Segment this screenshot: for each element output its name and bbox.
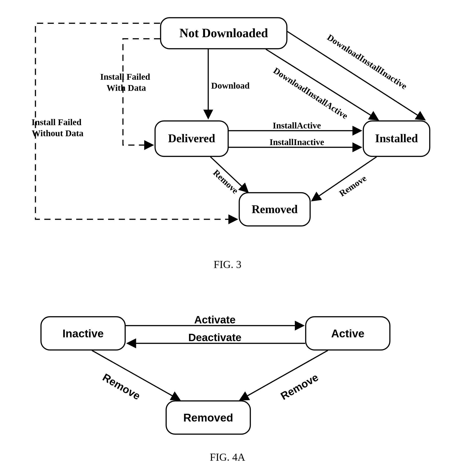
- edge-deactivate-label: Deactivate: [188, 331, 242, 343]
- state-active: Active: [306, 317, 390, 350]
- edge-remove-from-inactive: Remove: [92, 350, 179, 402]
- state-installed: Installed: [363, 121, 430, 156]
- state-inactive-label: Inactive: [63, 327, 104, 340]
- state-not-downloaded: Not Downloaded: [161, 18, 287, 49]
- state-removed-label: Removed: [252, 203, 298, 216]
- edge-remove-from-installed-label: Remove: [337, 173, 368, 198]
- fig3-diagram: Not Downloaded Delivered Installed Remov…: [32, 18, 430, 270]
- edge-download-label: Download: [211, 81, 249, 91]
- edge-activate-label: Activate: [194, 314, 236, 326]
- state-inactive: Inactive: [41, 317, 125, 350]
- state-delivered: Delivered: [155, 121, 228, 156]
- state-installed-label: Installed: [375, 132, 418, 145]
- edge-remove-from-active: Remove: [240, 350, 328, 402]
- state-removed-4a-label: Removed: [183, 411, 233, 424]
- edge-activate: Activate: [126, 314, 303, 326]
- edge-install-inactive-label: InstallInactive: [270, 137, 324, 147]
- edge-deactivate: Deactivate: [128, 331, 305, 343]
- state-active-label: Active: [331, 327, 364, 340]
- edge-install-failed-with-data: Install Failed With Data: [100, 39, 160, 145]
- edge-install-failed-without-data-label: Install Failed Without Data: [32, 117, 84, 138]
- diagram-canvas: Not Downloaded Delivered Installed Remov…: [0, 0, 455, 476]
- fig4a-caption: FIG. 4A: [210, 451, 245, 463]
- edge-install-active-label: InstallActive: [273, 121, 321, 130]
- edge-install-inactive: InstallInactive: [229, 137, 361, 147]
- fig4a-diagram: Inactive Active Removed Activate Deactiv…: [41, 314, 390, 463]
- edge-download: Download: [208, 49, 250, 118]
- state-removed: Removed: [239, 193, 310, 226]
- state-removed-4a: Removed: [166, 401, 250, 434]
- state-not-downloaded-label: Not Downloaded: [179, 26, 268, 40]
- state-delivered-label: Delivered: [168, 132, 215, 145]
- fig3-caption: FIG. 3: [213, 258, 241, 270]
- edge-remove-from-delivered: Remove: [211, 157, 248, 196]
- edge-remove-from-active-label: Remove: [279, 371, 320, 402]
- edge-install-active: InstallActive: [229, 121, 361, 131]
- edge-remove-from-installed: Remove: [312, 157, 377, 201]
- edge-install-failed-with-data-label: Install Failed With Data: [100, 72, 152, 93]
- edge-download-install-active-label: DownloadInstallActive: [272, 65, 350, 121]
